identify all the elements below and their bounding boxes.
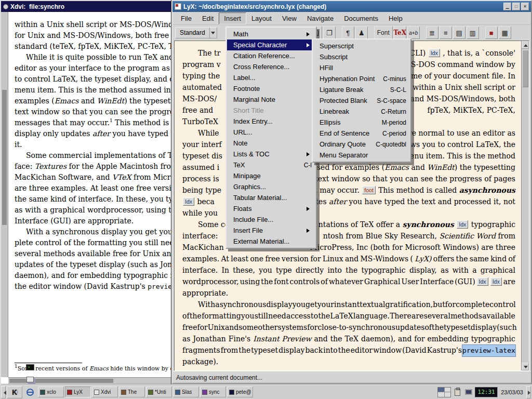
special-char-item-ellipsis[interactable]: EllipsisM-period — [313, 117, 410, 128]
konsole-launcher-icon[interactable] — [23, 361, 37, 374]
insert-menu-item-cross-reference[interactable]: Cross Reference... — [227, 61, 315, 72]
maximize-button[interactable]: □ — [512, 3, 520, 10]
taskbar-task-lyx[interactable]: LyX — [65, 387, 91, 397]
klipper-icon[interactable] — [452, 387, 462, 397]
special-char-item-subscript[interactable]: Subscript — [313, 51, 410, 62]
pager-desktop-3[interactable] — [438, 392, 444, 397]
math-mode-icon[interactable]: a+b — [407, 26, 420, 39]
task-buttons: xcloLyXXdviThe*UntiSlassyncpete@ — [38, 387, 253, 397]
pilcrow-icon[interactable]: ¶ — [342, 26, 354, 39]
special-char-item-hyphenation-point[interactable]: Hyphenation PointC-minus — [313, 73, 410, 84]
panel-hide-right-button[interactable] — [526, 386, 531, 398]
special-char-item-hfill[interactable]: HFill — [313, 62, 410, 73]
k-menu-button[interactable]: ⚙ K — [7, 386, 22, 398]
special-char-item-linebreak[interactable]: LinebreakC-Return — [313, 106, 410, 117]
index-inset[interactable]: Idx — [183, 197, 194, 206]
lyx-app-icon[interactable] — [175, 3, 181, 10]
minipage-icon[interactable]: ■ — [485, 26, 498, 39]
insert-menu-item-footnote[interactable]: Footnote — [227, 83, 315, 94]
insert-menu-item-math[interactable]: Math — [227, 29, 315, 39]
text-line: within a Unix shell script or MS-DOS/Win… — [15, 19, 174, 30]
pager-desktop-4[interactable] — [445, 392, 451, 397]
special-char-item-end-of-sentence[interactable]: End of SentenceC-period — [313, 128, 410, 139]
itemize-icon[interactable]: ≣ — [426, 26, 438, 39]
insert-menu-item-insert-file[interactable]: Insert File — [227, 225, 315, 236]
chevron-down-icon[interactable] — [209, 28, 217, 38]
insert-menu-item-external-material[interactable]: External Material... — [227, 236, 315, 247]
xdvi-vertical-scrollbar[interactable] — [1, 12, 8, 377]
taskbar-task-unti[interactable]: *Unti — [146, 387, 172, 397]
scrollbar-thumb[interactable] — [2, 90, 7, 225]
insert-menu-item-marginal-note[interactable]: Marginal Note — [227, 94, 315, 105]
insert-menu-item-citation-reference[interactable]: Citation Reference... — [227, 50, 315, 61]
window-pin-icon[interactable] — [3, 4, 8, 9]
font-button[interactable]: Font — [374, 26, 393, 39]
scrollbar-thumb[interactable] — [522, 50, 528, 87]
index-inset[interactable]: Idx — [429, 49, 440, 57]
scroll-up-icon[interactable] — [522, 41, 529, 49]
taskbar-task-xclo[interactable]: xclo — [38, 387, 64, 397]
digital-clock: 12:31 — [475, 387, 498, 397]
paragraph-style-select[interactable]: Standard — [175, 27, 217, 38]
desktop-launcher-icon[interactable] — [23, 374, 37, 386]
special-char-item-menu-separator[interactable]: Menu Separator — [313, 150, 410, 161]
menu-documents[interactable]: Documents — [339, 12, 383, 24]
pager-desktop-2[interactable] — [445, 388, 451, 392]
footnote-inset[interactable]: foot — [362, 186, 376, 194]
taskbar-task-xdvi[interactable]: Xdvi — [92, 387, 118, 397]
insert-menu-item-graphics[interactable]: Graphics... — [227, 181, 315, 192]
text-line: fragmentsfromthetypesetdisplaybackintoth… — [182, 344, 515, 356]
lyx-titlebar[interactable]: LyX: ~/doc/beginlatex/src/synchro.lyx (c… — [172, 1, 531, 12]
menu-navigate[interactable]: Navigate — [302, 12, 339, 24]
pager-desktop-1[interactable] — [438, 388, 444, 392]
menu-insert[interactable]: Insert — [219, 12, 246, 24]
enumerate-icon[interactable]: ≡ — [440, 26, 452, 39]
index-inset[interactable]: Idx — [477, 277, 488, 286]
insert-menu-item-url[interactable]: URL... — [227, 127, 315, 138]
depth-plus-icon[interactable]: ▤ — [453, 26, 466, 39]
menu-file[interactable]: File — [176, 12, 197, 24]
menu-edit[interactable]: Edit — [197, 12, 219, 24]
konqueror-launcher-icon[interactable] — [23, 386, 37, 398]
desktop-pager[interactable] — [437, 387, 451, 397]
taskbar-task-the[interactable]: The — [119, 387, 145, 397]
table-icon[interactable]: ▦ — [499, 26, 511, 39]
taskbar-task-slas[interactable]: Slas — [173, 387, 199, 397]
xdvi-titlebar[interactable]: Xdvi: file:synchro — [1, 1, 174, 12]
insert-menu-item-include-file[interactable]: Include File... — [227, 214, 315, 225]
paste-icon[interactable]: ❐ — [323, 26, 336, 39]
menu-layout[interactable]: Layout — [246, 12, 277, 24]
insert-menu-item-index-entry[interactable]: Index Entry... — [227, 116, 315, 127]
special-char-item-protected-blank[interactable]: Protected BlankS-C-space — [313, 95, 410, 106]
tex-mode-icon[interactable]: TeX — [394, 26, 406, 39]
scroll-down-icon[interactable] — [522, 363, 529, 370]
insert-menu-item-tex[interactable]: TeXC-l — [227, 159, 315, 170]
menu-view[interactable]: View — [277, 12, 302, 24]
special-char-item-ligature-break[interactable]: Ligature BreakS-C-L — [313, 84, 410, 95]
minimize-button[interactable]: ▁ — [503, 3, 511, 10]
insert-menu-item-lists-toc[interactable]: Lists & TOC — [227, 149, 315, 159]
close-button[interactable]: ✕ — [521, 3, 529, 10]
taskbar-task-pete[interactable]: pete@ — [227, 387, 253, 397]
insert-menu-item-special-character[interactable]: Special Character — [227, 39, 315, 50]
depth-minus-icon[interactable]: ▥ — [467, 26, 479, 39]
display-settings-icon[interactable] — [463, 387, 474, 397]
noun-icon[interactable]: ♟ — [355, 26, 368, 39]
document-vertical-scrollbar[interactable] — [521, 41, 529, 370]
taskbar-task-sync[interactable]: sync — [200, 387, 226, 397]
text-line: are three examples. At least one free ve… — [15, 183, 174, 194]
insert-menu-item-minipage[interactable]: Minipage — [227, 170, 315, 181]
insert-menu-item-tabular-material[interactable]: Tabular Material... — [227, 192, 315, 203]
panel-hide-left-button[interactable] — [1, 386, 6, 398]
insert-menu-item-label[interactable]: Label... — [227, 72, 315, 83]
insert-menu-item-floats[interactable]: Floats — [227, 203, 315, 214]
insert-menu-item-note[interactable]: Note — [227, 138, 315, 149]
index-inset[interactable]: Idx — [457, 220, 468, 229]
text-line: text window so that you can see the prog… — [15, 107, 174, 117]
special-char-item-superscript[interactable]: Superscript — [313, 41, 410, 51]
special-char-item-ordinary-quote[interactable]: Ordinary QuoteC-quotedbl — [313, 139, 410, 150]
index-inset[interactable]: Idx — [490, 277, 502, 286]
menu-help[interactable]: Help — [383, 12, 408, 24]
text-line: Some commercial implementations of TeX o… — [15, 150, 174, 161]
insert-menu-item-short-title[interactable]: Short Title — [227, 105, 315, 116]
